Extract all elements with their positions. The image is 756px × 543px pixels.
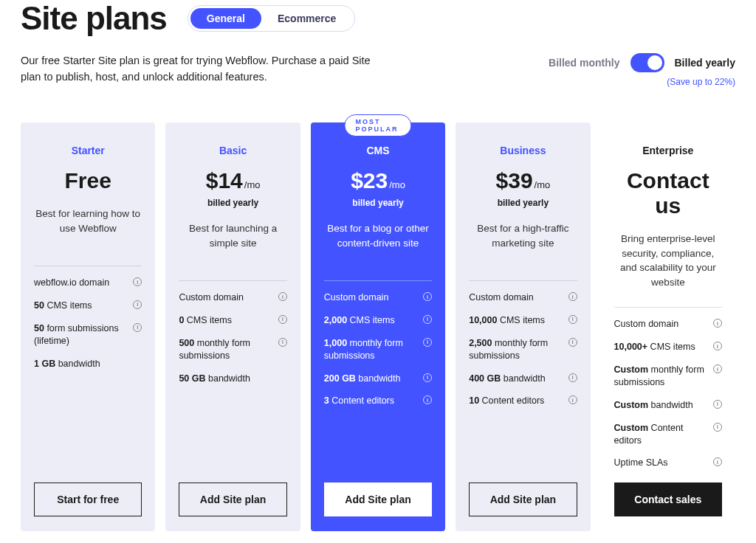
info-icon[interactable]: i <box>568 315 577 324</box>
info-icon[interactable]: i <box>423 338 432 347</box>
feature-item: Uptime SLAsi <box>614 457 722 469</box>
feature-item: 2,500 monthly form submissionsi <box>469 337 577 362</box>
info-icon[interactable]: i <box>423 395 432 404</box>
plan-features: Custom domaini10,000+ CMS itemsiCustom m… <box>614 318 722 469</box>
page-title: Site plans <box>21 0 167 37</box>
starter-cta-button[interactable]: Start for free <box>34 483 142 516</box>
feature-text: 500 monthly form submissions <box>179 337 272 362</box>
divider <box>469 280 577 281</box>
plan-features: webflow.io domaini50 CMS itemsi50 form s… <box>34 277 142 469</box>
feature-item: 2,000 CMS itemsi <box>324 314 432 327</box>
plan-price: $23/mo <box>324 168 432 193</box>
feature-text: 3 Content editors <box>324 395 394 407</box>
plan-name: Basic <box>179 145 286 156</box>
info-icon[interactable]: i <box>423 315 432 324</box>
plan-card-starter: StarterFreeBest for learning how to use … <box>21 122 155 531</box>
feature-item: 0 CMS itemsi <box>179 314 286 327</box>
plan-name: Starter <box>34 145 142 156</box>
feature-text: 2,500 monthly form submissions <box>469 337 562 362</box>
plan-card-basic: Basic$14/mobilled yearlyBest for launchi… <box>165 122 300 531</box>
feature-text: 10,000 CMS items <box>469 314 545 327</box>
feature-text: 50 CMS items <box>34 300 92 312</box>
info-icon[interactable]: i <box>278 292 287 301</box>
info-icon[interactable]: i <box>423 373 432 382</box>
info-icon[interactable]: i <box>713 319 722 328</box>
info-icon[interactable]: i <box>568 373 577 382</box>
feature-text: 10,000+ CMS items <box>614 341 695 353</box>
feature-text: 10 Content editors <box>469 395 544 407</box>
most-popular-badge: MOST POPULAR <box>344 114 411 136</box>
info-icon[interactable]: i <box>713 364 722 373</box>
plan-features: Custom domaini10,000 CMS itemsi2,500 mon… <box>469 291 577 469</box>
billing-toggle-group: Billed monthly Billed yearly <box>549 53 735 72</box>
billing-savings: (Save up to 22%) <box>549 77 735 87</box>
feature-item: Custom domaini <box>614 318 722 331</box>
plan-tagline: Best for a blog or other content-driven … <box>324 221 432 263</box>
plans-grid: StarterFreeBest for learning how to use … <box>21 122 735 531</box>
cms-cta-button[interactable]: Add Site plan <box>324 483 432 516</box>
plan-features: Custom domaini2,000 CMS itemsi1,000 mont… <box>324 291 432 469</box>
divider <box>179 280 286 281</box>
plan-tagline: Bring enterprise-level security, complia… <box>614 232 722 289</box>
feature-text: 1,000 monthly form submissions <box>324 337 417 362</box>
feature-item: 200 GB bandwidthi <box>324 373 432 385</box>
info-icon[interactable]: i <box>568 395 577 404</box>
feature-text: 50 GB bandwidth <box>179 373 250 385</box>
plan-billed-note: billed yearly <box>324 198 432 208</box>
info-icon[interactable]: i <box>713 423 722 432</box>
info-icon[interactable]: i <box>133 323 142 332</box>
tab-general[interactable]: General <box>190 8 261 29</box>
feature-item: 1,000 monthly form submissionsi <box>324 337 432 362</box>
info-icon[interactable]: i <box>278 315 287 324</box>
info-icon[interactable]: i <box>278 338 287 347</box>
business-cta-button[interactable]: Add Site plan <box>469 483 577 516</box>
feature-item: 1 GB bandwidth <box>34 358 142 370</box>
info-icon[interactable]: i <box>133 300 142 309</box>
feature-item: 500 monthly form submissionsi <box>179 337 286 362</box>
feature-item: 400 GB bandwidthi <box>469 373 577 385</box>
feature-text: Custom domain <box>324 291 389 304</box>
divider <box>34 266 142 266</box>
plan-card-enterprise: EnterpriseContact usBring enterprise-lev… <box>601 122 735 531</box>
feature-text: Custom domain <box>614 318 679 331</box>
feature-item: 50 CMS itemsi <box>34 300 142 312</box>
feature-item: 10 Content editorsi <box>469 395 577 407</box>
info-icon[interactable]: i <box>713 457 722 466</box>
info-icon[interactable]: i <box>568 292 577 301</box>
billed-yearly-label: Billed yearly <box>675 57 736 69</box>
feature-item: 3 Content editorsi <box>324 395 432 407</box>
info-icon[interactable]: i <box>423 292 432 301</box>
feature-item: Custom domaini <box>469 291 577 304</box>
info-icon[interactable]: i <box>713 400 722 409</box>
plan-type-tabs: General Ecommerce <box>188 5 356 32</box>
feature-item: Custom bandwidthi <box>614 399 722 412</box>
basic-cta-button[interactable]: Add Site plan <box>179 483 286 516</box>
divider <box>324 280 432 281</box>
feature-item: 10,000 CMS itemsi <box>469 314 577 327</box>
info-icon[interactable]: i <box>133 277 142 286</box>
feature-text: Custom bandwidth <box>614 399 693 412</box>
feature-text: 50 form submissions (lifetime) <box>34 322 127 347</box>
plan-price: $14/mo <box>179 168 286 193</box>
info-icon[interactable]: i <box>713 342 722 350</box>
plans-description: Our free Starter Site plan is great for … <box>21 53 390 86</box>
feature-text: Custom domain <box>469 291 534 304</box>
plan-billed-note: billed yearly <box>179 198 286 208</box>
enterprise-cta-button[interactable]: Contact sales <box>614 483 722 516</box>
plan-card-business: Business$39/mobilled yearlyBest for a hi… <box>456 122 590 531</box>
plan-name: Enterprise <box>614 145 722 156</box>
billing-toggle[interactable] <box>630 53 664 72</box>
feature-item: Custom domaini <box>179 291 286 304</box>
plan-card-cms: MOST POPULARCMS$23/mobilled yearlyBest f… <box>311 122 445 531</box>
feature-text: Custom domain <box>179 291 244 304</box>
plan-price: $39/mo <box>469 168 577 193</box>
info-icon[interactable]: i <box>568 338 577 347</box>
plan-name: Business <box>469 145 577 156</box>
tab-ecommerce[interactable]: Ecommerce <box>261 8 352 29</box>
feature-text: Custom monthly form submissions <box>614 364 707 389</box>
feature-item: Custom monthly form submissionsi <box>614 364 722 389</box>
feature-text: webflow.io domain <box>34 277 109 289</box>
plan-tagline: Best for learning how to use Webflow <box>34 207 142 248</box>
feature-text: Uptime SLAs <box>614 457 668 469</box>
feature-item: 50 GB bandwidth <box>179 373 286 385</box>
